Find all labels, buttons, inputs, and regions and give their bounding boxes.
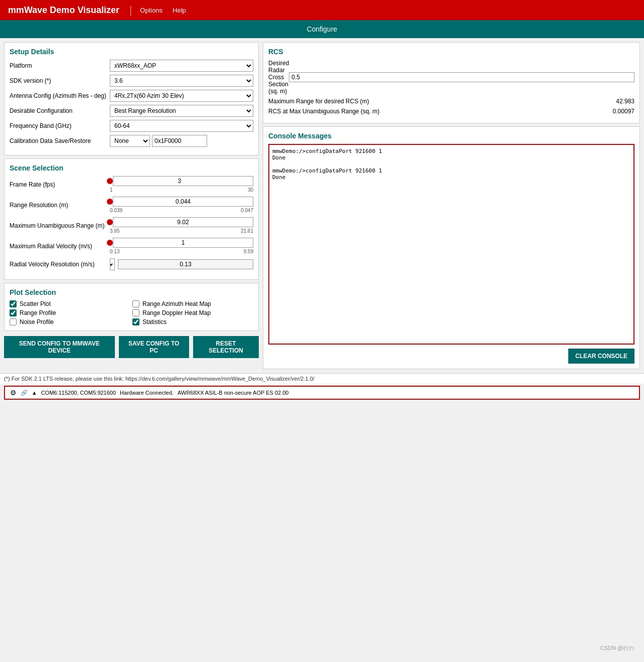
- plot-selection-title: Plot Selection: [10, 288, 253, 296]
- desirable-config-control: Best Range Resolution: [110, 105, 253, 117]
- reset-selection-button[interactable]: RESET SELECTION: [193, 336, 259, 358]
- nav-options[interactable]: Options: [140, 7, 163, 14]
- range-resolution-slider-container: 0.039 0.047: [110, 197, 253, 213]
- calibration-control: None: [110, 135, 253, 147]
- calibration-select[interactable]: None: [110, 135, 150, 147]
- status-icon2: 🔗: [21, 390, 28, 396]
- range-azimuth-label: Range Azimuth Heat Map: [142, 300, 211, 307]
- scatter-plot-checkbox[interactable]: [10, 300, 17, 307]
- max-unambiguous-range-label: Maximum Unambiguous Range (m): [10, 222, 110, 229]
- range-doppler-checkbox[interactable]: [132, 309, 139, 316]
- platform-row: Platform xWR68xx_AOP: [10, 60, 253, 72]
- max-range-label: Maximum Range for desired RCS (m): [268, 98, 616, 105]
- desirable-config-label: Desirable Configuration: [10, 107, 110, 114]
- noise-profile-label: Noise Profile: [20, 318, 54, 325]
- platform-label: Platform: [10, 62, 110, 69]
- frequency-band-row: Frequency Band (GHz) 60-64: [10, 120, 253, 132]
- hardware-status: Hardware Connected.: [120, 390, 174, 396]
- antenna-config-control: 4Rx,2Tx(60 Azim 30 Elev): [110, 90, 253, 102]
- range-resolution-row: Range Resolution (m) 0.039 0.047: [10, 197, 253, 213]
- frame-rate-slider-container: 1 30: [110, 176, 253, 193]
- radial-vel-res-select[interactable]: 0.13: [110, 258, 115, 270]
- platform-select[interactable]: xWR68xx_AOP: [110, 60, 253, 72]
- range-doppler-row: Range Doppler Heat Map: [132, 309, 253, 316]
- max-unambiguous-range-value[interactable]: [113, 217, 253, 227]
- antenna-config-row: Antenna Config (Azimuth Res - deg) 4Rx,2…: [10, 90, 253, 102]
- max-radial-velocity-row: Maximum Radial Velocity (m/s) 0.13 9.59: [10, 238, 253, 254]
- statistics-row: Statistics: [132, 318, 253, 325]
- desired-rcs-label: Desired Radar Cross Section (sq. m): [268, 60, 289, 95]
- max-range-row: Maximum Range for desired RCS (m) 42.983: [268, 98, 634, 105]
- rcs-at-max-value: 0.00097: [613, 108, 634, 115]
- frame-rate-min: 1: [110, 187, 113, 193]
- platform-control: xWR68xx_AOP: [110, 60, 253, 72]
- frequency-band-control: 60-64: [110, 120, 253, 132]
- radial-vel-res-display: [118, 259, 253, 269]
- console-footer: CLEAR CONSOLE: [268, 349, 634, 364]
- antenna-config-select[interactable]: 4Rx,2Tx(60 Azim 30 Elev): [110, 90, 253, 102]
- frame-rate-max: 30: [248, 187, 253, 193]
- rcs-card: RCS Desired Radar Cross Section (sq. m) …: [263, 42, 640, 123]
- desirable-config-select[interactable]: Best Range Resolution: [110, 105, 253, 117]
- scatter-plot-row: Scatter Plot: [10, 300, 130, 307]
- statistics-label: Statistics: [142, 318, 167, 325]
- frame-rate-value[interactable]: [113, 176, 253, 186]
- scatter-plot-label: Scatter Plot: [20, 300, 51, 307]
- max-unambiguous-range-slider-container: 3.95 21.61: [110, 217, 253, 234]
- save-config-button[interactable]: SAVE CONFIG TO PC: [119, 336, 189, 358]
- status-arrow-up: ▲: [32, 390, 37, 396]
- frame-rate-row: Frame Rate (fps) 1 30: [10, 176, 253, 193]
- rcs-at-max-row: RCS at Max Unambiguous Range (sq. m) 0.0…: [268, 108, 634, 115]
- max-radial-velocity-max: 9.59: [244, 249, 253, 254]
- range-resolution-value[interactable]: [113, 197, 253, 207]
- range-resolution-label: Range Resolution (m): [10, 202, 110, 209]
- noise-profile-row: Noise Profile: [10, 318, 130, 325]
- send-config-button[interactable]: SEND CONFIG TO MMWAVE DEVICE: [4, 336, 115, 358]
- rcs-at-max-label: RCS at Max Unambiguous Range (sq. m): [268, 108, 613, 115]
- configure-tab[interactable]: Configure: [0, 20, 644, 38]
- max-radial-velocity-value[interactable]: [113, 238, 253, 248]
- max-unambiguous-range-row: Maximum Unambiguous Range (m) 3.95 21.61: [10, 217, 253, 234]
- calibration-input[interactable]: [152, 135, 207, 147]
- range-profile-row: Range Profile: [10, 309, 130, 316]
- range-profile-checkbox[interactable]: [10, 309, 17, 316]
- setup-details-title: Setup Details: [10, 48, 253, 56]
- frame-rate-label: Frame Rate (fps): [10, 181, 110, 188]
- sdk-version-select[interactable]: 3.6: [110, 75, 253, 87]
- header-separator: |: [129, 5, 132, 16]
- console-output: mmwDemo:/>configDataPort 921600 1 Done m…: [268, 144, 634, 345]
- radial-vel-res-row: Radial Velocity Resolution (m/s) 0.13: [10, 258, 253, 270]
- rcs-title: RCS: [268, 48, 634, 56]
- console-title: Console Messages: [268, 132, 634, 140]
- max-radial-velocity-min: 0.13: [110, 249, 119, 254]
- right-panel: RCS Desired Radar Cross Section (sq. m) …: [263, 42, 640, 369]
- app-title: mmWave Demo Visualizer: [8, 5, 119, 16]
- action-bar: SEND CONFIG TO MMWAVE DEVICE SAVE CONFIG…: [4, 336, 259, 358]
- antenna-config-label: Antenna Config (Azimuth Res - deg): [10, 92, 110, 99]
- range-resolution-max: 0.047: [241, 208, 253, 213]
- clear-console-button[interactable]: CLEAR CONSOLE: [568, 349, 634, 364]
- nav-help[interactable]: Help: [173, 7, 186, 14]
- desired-rcs-input[interactable]: [289, 72, 634, 82]
- scene-selection-card: Scene Selection Frame Rate (fps) 1 30: [4, 158, 259, 280]
- range-azimuth-checkbox[interactable]: [132, 300, 139, 307]
- left-panel: Setup Details Platform xWR68xx_AOP SDK v…: [4, 42, 259, 369]
- max-range-value: 42.983: [616, 98, 634, 105]
- max-unambiguous-range-max: 21.61: [241, 228, 253, 234]
- range-resolution-min: 0.039: [110, 208, 122, 213]
- device-info: AWR68XX ASIL-B non-secure AOP ES 02.00: [178, 390, 288, 396]
- range-profile-label: Range Profile: [20, 309, 56, 316]
- frequency-band-select[interactable]: 60-64: [110, 120, 253, 132]
- calibration-row: Calibration Data Save/Restore None: [10, 135, 253, 147]
- max-radial-velocity-label: Maximum Radial Velocity (m/s): [10, 243, 110, 250]
- app-header: mmWave Demo Visualizer | Options Help: [0, 0, 644, 20]
- scene-selection-title: Scene Selection: [10, 164, 253, 172]
- sdk-version-row: SDK version (*) 3.6: [10, 75, 253, 87]
- range-doppler-label: Range Doppler Heat Map: [142, 309, 211, 316]
- plot-grid: Scatter Plot Range Azimuth Heat Map Rang…: [10, 300, 253, 325]
- radial-vel-res-control: 0.13: [110, 258, 253, 270]
- sdk-version-label: SDK version (*): [10, 77, 110, 84]
- statistics-checkbox[interactable]: [132, 318, 139, 325]
- noise-profile-checkbox[interactable]: [10, 318, 17, 325]
- frequency-band-label: Frequency Band (GHz): [10, 122, 110, 129]
